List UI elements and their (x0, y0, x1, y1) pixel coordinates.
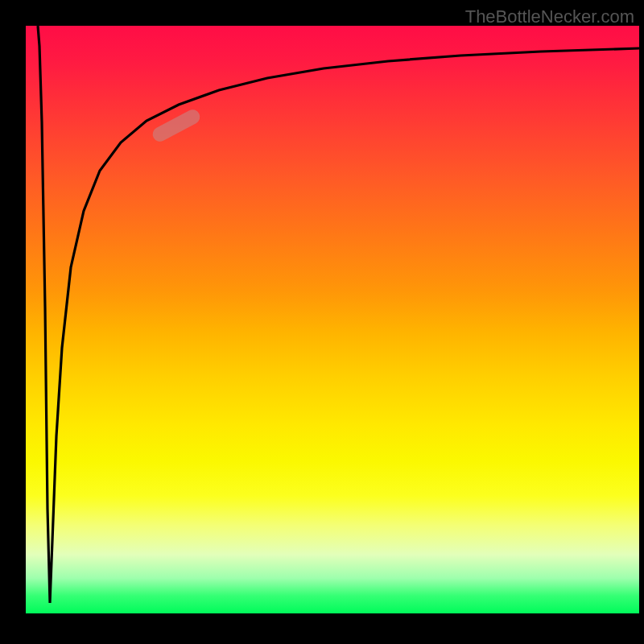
watermark-text: TheBottleNecker.com (465, 6, 634, 27)
chart-curve-svg (26, 26, 639, 613)
chart-curve-path (38, 26, 639, 603)
chart-area (26, 26, 639, 613)
